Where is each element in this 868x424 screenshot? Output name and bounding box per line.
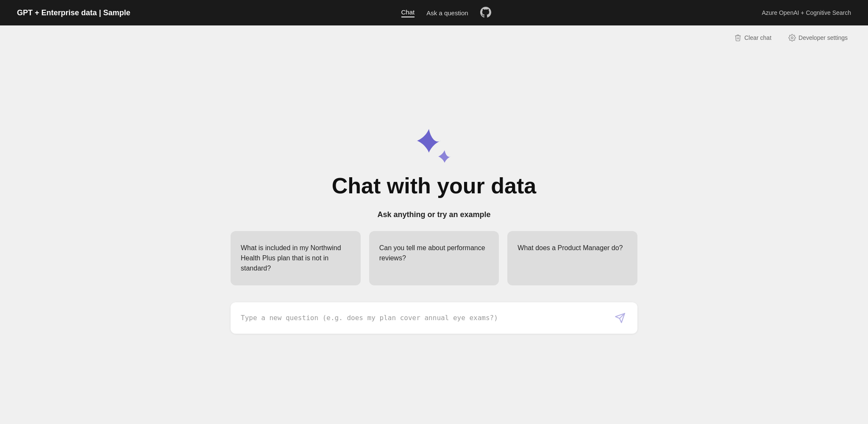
developer-settings-button[interactable]: Developer settings <box>785 32 851 43</box>
chat-input-area <box>231 302 637 334</box>
clear-chat-label: Clear chat <box>744 34 771 41</box>
sparkle-small-icon <box>438 150 451 163</box>
nav-chat[interactable]: Chat <box>401 8 415 17</box>
app-subtitle: Azure OpenAI + Cognitive Search <box>762 9 851 16</box>
question-input[interactable] <box>241 314 608 322</box>
nav-ask-question[interactable]: Ask a question <box>426 9 468 17</box>
developer-settings-label: Developer settings <box>798 34 848 41</box>
trash-icon <box>734 34 742 42</box>
app-title: GPT + Enterprise data | Sample <box>17 8 131 17</box>
github-link[interactable] <box>480 7 491 19</box>
sparkle-logo <box>417 129 451 163</box>
svg-point-0 <box>791 37 793 39</box>
settings-icon <box>788 34 796 42</box>
main-subtitle: Ask anything or try an example <box>377 210 490 219</box>
main-nav: Chat Ask a question <box>401 7 491 19</box>
example-card-1[interactable]: What is included in my Northwind Health … <box>231 231 361 285</box>
clear-chat-button[interactable]: Clear chat <box>731 32 775 43</box>
example-card-3[interactable]: What does a Product Manager do? <box>507 231 637 285</box>
send-button[interactable] <box>613 311 627 325</box>
toolbar: Clear chat Developer settings <box>0 25 868 47</box>
example-cards: What is included in my Northwind Health … <box>231 231 637 285</box>
github-icon <box>480 7 491 18</box>
main-content: Chat with your data Ask anything or try … <box>0 47 868 424</box>
app-header: GPT + Enterprise data | Sample Chat Ask … <box>0 0 868 25</box>
sparkle-large-icon <box>417 129 441 153</box>
example-card-2[interactable]: Can you tell me about performance review… <box>369 231 499 285</box>
send-icon <box>615 312 626 324</box>
main-title: Chat with your data <box>332 173 536 198</box>
